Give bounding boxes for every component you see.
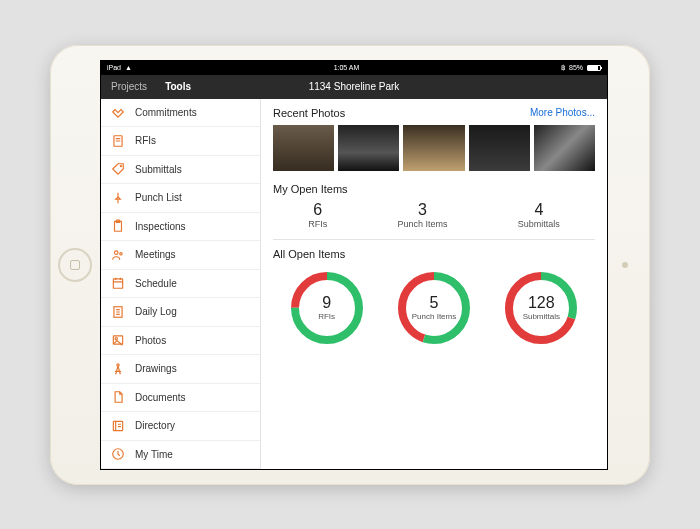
- sidebar-item-label: Daily Log: [135, 306, 177, 317]
- app-screen: iPad ▲ 1:05 AM ฿ 85% Projects Tools 1134…: [100, 60, 608, 470]
- donut-number: 5: [430, 294, 439, 312]
- sidebar-item-photos[interactable]: Photos: [101, 327, 260, 356]
- home-button[interactable]: [58, 248, 92, 282]
- stat-number: 4: [518, 201, 560, 219]
- donut-punch-items[interactable]: 5Punch Items: [394, 268, 474, 348]
- sidebar-item-meetings[interactable]: Meetings: [101, 241, 260, 270]
- photo-thumbnail[interactable]: [403, 125, 464, 171]
- sidebar-item-label: Schedule: [135, 278, 177, 289]
- recent-photos-heading: Recent Photos: [273, 107, 345, 119]
- sidebar-item-daily-log[interactable]: Daily Log: [101, 298, 260, 327]
- sidebar-item-label: Punch List: [135, 192, 182, 203]
- stat-rfis[interactable]: 6RFIs: [308, 201, 327, 229]
- pin-icon: [111, 191, 125, 205]
- nav-projects-tab[interactable]: Projects: [111, 81, 147, 92]
- sidebar-item-label: Photos: [135, 335, 166, 346]
- sidebar: CommitmentsRFIsSubmittalsPunch ListInspe…: [101, 99, 261, 469]
- calendar-icon: [111, 276, 125, 290]
- donut-label: RFIs: [318, 312, 335, 321]
- people-icon: [111, 248, 125, 262]
- all-open-row: 9RFIs5Punch Items128Submittals: [273, 268, 595, 348]
- sidebar-item-drawings[interactable]: Drawings: [101, 355, 260, 384]
- directory-icon: [111, 419, 125, 433]
- clipboard-icon: [111, 219, 125, 233]
- handshake-icon: [111, 105, 125, 119]
- sidebar-item-label: My Time: [135, 449, 173, 460]
- bluetooth-icon: ฿: [561, 64, 565, 72]
- svg-point-1: [120, 166, 121, 167]
- stat-number: 3: [397, 201, 447, 219]
- ipad-frame: iPad ▲ 1:05 AM ฿ 85% Projects Tools 1134…: [50, 45, 650, 485]
- clock-label: 1:05 AM: [334, 64, 360, 71]
- nav-tools-tab[interactable]: Tools: [165, 81, 191, 92]
- svg-point-4: [115, 251, 119, 255]
- donut-label: Submittals: [523, 312, 560, 321]
- photo-thumbnail[interactable]: [338, 125, 399, 171]
- svg-point-9: [115, 338, 117, 340]
- sidebar-item-label: Submittals: [135, 164, 182, 175]
- sidebar-item-label: Directory: [135, 420, 175, 431]
- stat-punch-items[interactable]: 3Punch Items: [397, 201, 447, 229]
- sidebar-item-label: Inspections: [135, 221, 186, 232]
- my-open-heading: My Open Items: [273, 183, 595, 195]
- more-photos-link[interactable]: More Photos...: [530, 107, 595, 118]
- compass-icon: [111, 362, 125, 376]
- sidebar-item-commitments[interactable]: Commitments: [101, 99, 260, 128]
- sidebar-item-rfis[interactable]: RFIs: [101, 127, 260, 156]
- photos-row: [273, 125, 595, 171]
- doc-icon: [111, 390, 125, 404]
- sidebar-item-label: RFIs: [135, 135, 156, 146]
- carrier-label: iPad: [107, 64, 121, 71]
- my-open-row: 6RFIs3Punch Items4Submittals: [273, 201, 595, 240]
- photo-icon: [111, 333, 125, 347]
- battery-label: 85%: [569, 64, 583, 71]
- sidebar-item-label: Drawings: [135, 363, 177, 374]
- sidebar-item-my-time[interactable]: My Time: [101, 441, 260, 469]
- status-bar: iPad ▲ 1:05 AM ฿ 85%: [101, 61, 607, 75]
- sidebar-item-label: Commitments: [135, 107, 197, 118]
- stat-label: Submittals: [518, 219, 560, 229]
- sidebar-item-schedule[interactable]: Schedule: [101, 270, 260, 299]
- stat-label: Punch Items: [397, 219, 447, 229]
- stat-submittals[interactable]: 4Submittals: [518, 201, 560, 229]
- main-content: Recent Photos More Photos... My Open Ite…: [261, 99, 607, 469]
- battery-icon: [587, 65, 601, 71]
- clock-icon: [111, 447, 125, 461]
- sidebar-item-directory[interactable]: Directory: [101, 412, 260, 441]
- photo-thumbnail[interactable]: [469, 125, 530, 171]
- tag-icon: [111, 162, 125, 176]
- svg-point-5: [120, 252, 122, 254]
- donut-rfis[interactable]: 9RFIs: [287, 268, 367, 348]
- donut-label: Punch Items: [412, 312, 456, 321]
- sidebar-item-label: Meetings: [135, 249, 176, 260]
- log-icon: [111, 305, 125, 319]
- rfi-icon: [111, 134, 125, 148]
- stat-number: 6: [308, 201, 327, 219]
- donut-submittals[interactable]: 128Submittals: [501, 268, 581, 348]
- sidebar-item-punch-list[interactable]: Punch List: [101, 184, 260, 213]
- nav-bar: Projects Tools 1134 Shoreline Park: [101, 75, 607, 99]
- all-open-heading: All Open Items: [273, 248, 595, 260]
- photo-thumbnail[interactable]: [534, 125, 595, 171]
- photo-thumbnail[interactable]: [273, 125, 334, 171]
- sidebar-item-inspections[interactable]: Inspections: [101, 213, 260, 242]
- sidebar-item-submittals[interactable]: Submittals: [101, 156, 260, 185]
- camera-icon: [618, 258, 632, 272]
- wifi-icon: ▲: [125, 64, 132, 71]
- donut-number: 128: [528, 294, 555, 312]
- sidebar-item-documents[interactable]: Documents: [101, 384, 260, 413]
- donut-number: 9: [322, 294, 331, 312]
- sidebar-item-label: Documents: [135, 392, 186, 403]
- svg-rect-6: [113, 279, 122, 288]
- stat-label: RFIs: [308, 219, 327, 229]
